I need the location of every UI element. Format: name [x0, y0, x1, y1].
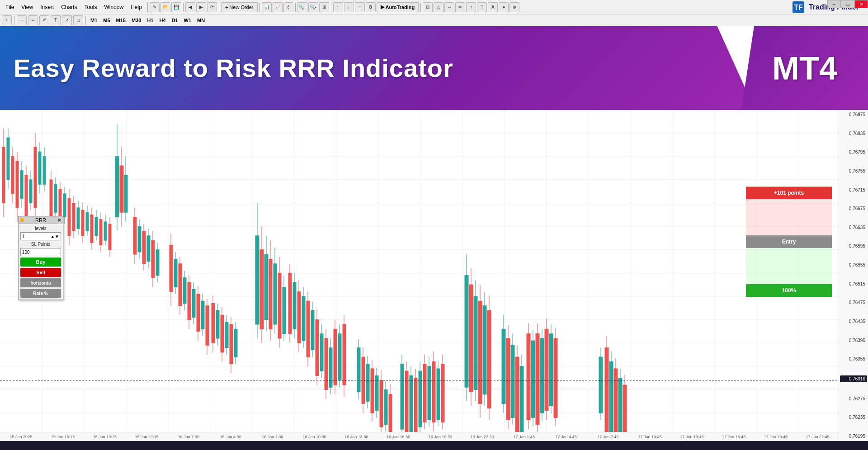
rect-icon[interactable]: □ — [73, 15, 83, 25]
svg-rect-172 — [230, 324, 233, 364]
rrr-entry-label: Entry — [782, 239, 796, 245]
label-icon[interactable]: A — [488, 2, 498, 12]
rrr-levels-input[interactable]: 1 ▲▼ — [20, 232, 61, 240]
divider-6 — [331, 3, 331, 12]
close-button[interactable]: ✕ — [854, 0, 868, 8]
tf-m1[interactable]: M1 — [88, 17, 99, 23]
banner-main: Easy Reward to Risk RRR Indicator — [0, 26, 755, 110]
menu-window[interactable]: Window — [101, 3, 127, 11]
rrr-take-profit-bar: +101 points — [746, 187, 832, 199]
svg-rect-205 — [297, 292, 301, 343]
tf-m15[interactable]: M15 — [114, 17, 128, 23]
tf-h4[interactable]: H4 — [157, 17, 168, 23]
tf-w1[interactable]: W1 — [182, 17, 194, 23]
time-14: 17 Jan 7:45 — [587, 435, 629, 439]
period-icon[interactable]: ≡ — [355, 2, 365, 12]
cursor-icon[interactable]: ⊕ — [509, 2, 519, 12]
refresh-icon[interactable]: ⟳ — [207, 2, 217, 12]
chart-type-icon[interactable]: 📊 — [262, 2, 272, 12]
obj-icon[interactable]: △ — [434, 2, 443, 12]
svg-rect-211 — [307, 301, 310, 357]
svg-rect-220 — [320, 334, 323, 371]
svg-rect-61 — [43, 156, 46, 184]
price-1: 0.76835 — [840, 131, 867, 136]
menu-file[interactable]: File — [2, 3, 18, 11]
open-icon[interactable]: 📂 — [160, 2, 170, 12]
chart-area[interactable]: Easy Reward to Risk RRR Indicator MT4 — [0, 26, 868, 441]
line-icon[interactable]: 📈 — [273, 2, 283, 12]
minimize-button[interactable]: − — [827, 0, 841, 8]
svg-rect-130 — [156, 250, 159, 276]
arrow-icon[interactable]: ↑ — [466, 2, 476, 12]
svg-rect-247 — [371, 369, 374, 413]
menu-charts[interactable]: Charts — [57, 3, 80, 11]
svg-rect-160 — [212, 303, 215, 343]
restore-button[interactable]: □ — [841, 0, 854, 8]
time-11: 16 Jan 22:30 — [461, 435, 503, 439]
levels-icon[interactable]: ⊟ — [423, 2, 433, 12]
auto-trading-button[interactable]: ▶ AutoTrading — [377, 2, 419, 12]
pen-icon[interactable]: ✏ — [455, 2, 465, 12]
indicator2-icon[interactable]: ↓ — [344, 2, 354, 12]
top-toolbar: File View Insert Charts Tools Window Hel… — [0, 0, 868, 14]
time-9: 16 Jan 16:30 — [377, 435, 420, 439]
menu-tools[interactable]: Tools — [81, 3, 101, 11]
fit-icon[interactable]: ⊞ — [319, 2, 329, 12]
tf-m30[interactable]: M30 — [129, 17, 143, 23]
new-chart-icon[interactable]: ✎ — [150, 2, 160, 12]
svg-rect-250 — [375, 375, 378, 410]
rrr-buy-button[interactable]: Buy — [20, 258, 61, 267]
candle-chart[interactable] — [0, 110, 839, 441]
price-6: 0.76635 — [840, 225, 867, 230]
template-icon[interactable]: ⚙ — [366, 2, 376, 12]
back-icon[interactable]: ◀ — [185, 2, 195, 12]
rrr-close-button[interactable]: ✕ — [57, 218, 61, 223]
text2-icon[interactable]: T — [51, 15, 61, 25]
svg-rect-256 — [384, 389, 387, 424]
svg-rect-124 — [147, 236, 150, 262]
crosshair-icon[interactable]: + — [2, 15, 12, 25]
tf-d1[interactable]: D1 — [170, 17, 180, 23]
candle-icon[interactable]: 🕯 — [283, 2, 293, 12]
rrr-sell-button[interactable]: Sell — [20, 268, 61, 277]
rrr-sl-input[interactable]: 100 — [20, 248, 61, 256]
hline-icon[interactable]: ━ — [28, 15, 38, 25]
menu-help[interactable]: Help — [127, 3, 146, 11]
svg-rect-346 — [599, 357, 603, 413]
price-9: 0.76515 — [840, 281, 867, 286]
tf-logo-icon: TF — [792, 0, 805, 14]
svg-rect-298 — [474, 296, 477, 389]
ellipse-icon[interactable]: ● — [499, 2, 509, 12]
rrr-levels-stepper[interactable]: ▲▼ — [50, 234, 59, 239]
zoom-in-icon[interactable]: 🔍+ — [297, 2, 307, 12]
price-3: 0.76755 — [840, 169, 867, 173]
svg-rect-331 — [536, 334, 539, 425]
zoom-out-icon[interactable]: 🔍- — [308, 2, 318, 12]
tf-m5[interactable]: M5 — [101, 17, 112, 23]
rrr-horizonta-button[interactable]: horizonta — [20, 278, 61, 287]
svg-rect-307 — [487, 310, 491, 408]
new-order-button[interactable]: + New Order — [221, 2, 258, 12]
menu-insert[interactable]: Insert — [37, 3, 57, 11]
text-icon[interactable]: T — [477, 2, 487, 12]
line-draw-icon[interactable]: ─ — [17, 15, 27, 25]
save-icon[interactable]: 💾 — [171, 2, 181, 12]
rrr-panel-title: RRR — [35, 217, 46, 223]
svg-rect-208 — [302, 296, 305, 341]
tf-mn[interactable]: MN — [195, 17, 207, 23]
svg-rect-358 — [618, 378, 622, 434]
tf-h1[interactable]: H1 — [145, 17, 156, 23]
menu-view[interactable]: View — [18, 3, 37, 11]
svg-rect-64 — [50, 180, 52, 217]
new-order-label: New Order — [229, 5, 253, 10]
ruler-icon[interactable]: ↔ — [444, 2, 454, 12]
price-0: 0.76875 — [840, 112, 867, 117]
pen2-icon[interactable]: ✐ — [39, 15, 49, 25]
svg-rect-352 — [609, 361, 613, 434]
arrow2-icon[interactable]: ↗ — [62, 15, 72, 25]
indicator-icon[interactable]: ↑ — [333, 2, 343, 12]
svg-rect-88 — [72, 203, 75, 231]
rrr-rate-button[interactable]: Rate % — [20, 289, 61, 298]
rrr-tp-label: +101 points — [774, 190, 804, 196]
forward-icon[interactable]: ▶ — [196, 2, 206, 12]
